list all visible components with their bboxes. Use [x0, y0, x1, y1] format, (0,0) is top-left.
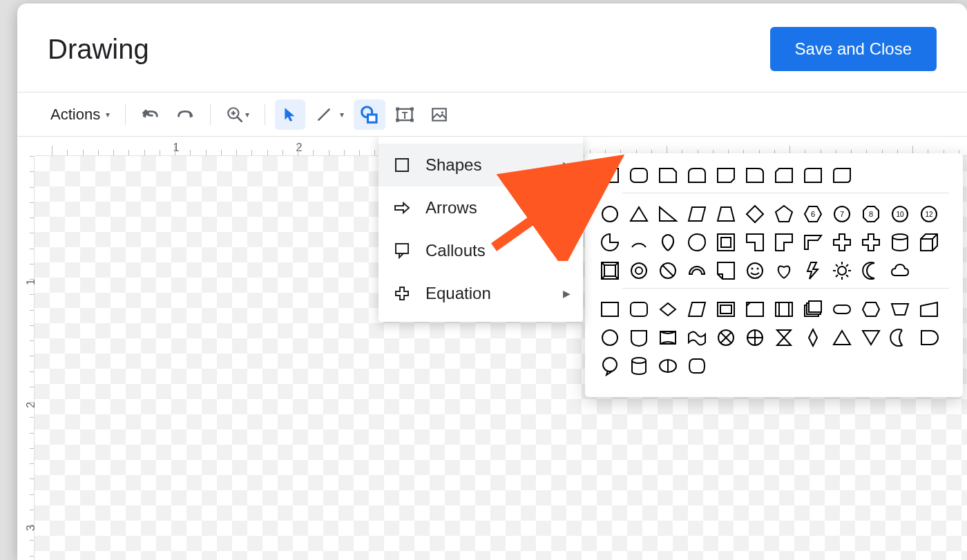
- shape-cube[interactable]: [918, 231, 939, 253]
- shape-pentagon[interactable]: [773, 203, 794, 224]
- shape-arc-thin[interactable]: [686, 260, 707, 281]
- shape-round-rect2[interactable]: [628, 298, 649, 320]
- shape-bevel[interactable]: [599, 260, 620, 281]
- shape-d-shape[interactable]: [918, 327, 939, 348]
- shape-folded[interactable]: [715, 260, 736, 281]
- shape-circle[interactable]: [599, 203, 620, 224]
- shape-trapezoid2[interactable]: [889, 298, 910, 320]
- shape-circle2[interactable]: [599, 327, 620, 348]
- shape-arc[interactable]: [628, 231, 649, 253]
- shape-cross[interactable]: [831, 231, 852, 253]
- shape-hexagon2[interactable]: [860, 298, 881, 320]
- svg-point-19: [602, 206, 617, 222]
- shape-cylinder2[interactable]: [628, 355, 649, 376]
- shape-parallelogram[interactable]: [686, 203, 707, 224]
- shape-shield[interactable]: [628, 327, 649, 348]
- shape-round-rect[interactable]: [628, 164, 649, 186]
- shape-cloud[interactable]: [889, 260, 910, 281]
- shape-smiley[interactable]: [744, 260, 765, 281]
- svg-rect-8: [396, 107, 399, 110]
- shape-tool-button[interactable]: [354, 99, 385, 130]
- shape-crosscircle[interactable]: [715, 327, 736, 348]
- shape-q-bubble[interactable]: [599, 355, 620, 376]
- shape-manual-input[interactable]: [918, 298, 939, 320]
- zoom-button[interactable]: ▾: [220, 99, 255, 130]
- shape-hourglass[interactable]: [773, 327, 794, 348]
- undo-button[interactable]: [135, 99, 166, 130]
- shape-decagon[interactable]: 10: [889, 203, 910, 224]
- shape-rt-triangle[interactable]: [657, 203, 678, 224]
- menu-item-equation[interactable]: Equation ▶: [379, 272, 583, 315]
- shape-diamond2[interactable]: [657, 298, 678, 320]
- shape-moon[interactable]: [860, 260, 881, 281]
- menu-item-callouts[interactable]: Callouts ▶: [379, 229, 583, 272]
- shape-pluscircle[interactable]: [744, 327, 765, 348]
- shape-predefined[interactable]: [773, 298, 794, 320]
- menu-item-shapes[interactable]: Shapes ▶: [379, 144, 583, 186]
- shape-diamond-thin[interactable]: [802, 327, 823, 348]
- shape-wave[interactable]: [686, 327, 707, 348]
- shape-plus[interactable]: [860, 231, 881, 253]
- save-and-close-button[interactable]: Save and Close: [770, 27, 937, 71]
- line-tool-button[interactable]: ▾: [309, 99, 350, 130]
- arrow-right-icon: [392, 200, 412, 215]
- shape-octagon[interactable]: 8: [860, 203, 881, 224]
- shape-drop[interactable]: [686, 231, 707, 253]
- shape-snip-tl[interactable]: [773, 164, 794, 186]
- shape-diamond[interactable]: [744, 203, 765, 224]
- shape-drum[interactable]: [657, 327, 678, 348]
- shape-diag-round[interactable]: [831, 164, 852, 186]
- shape-l-shape[interactable]: [744, 231, 765, 253]
- shape-round-top[interactable]: [686, 164, 707, 186]
- shape-frame[interactable]: [715, 231, 736, 253]
- separator: [622, 288, 949, 289]
- shape-pill[interactable]: [831, 298, 852, 320]
- shape-frame2[interactable]: [715, 298, 736, 320]
- shape-heptagon[interactable]: 7: [831, 203, 852, 224]
- shape-half-moon[interactable]: [889, 327, 910, 348]
- shape-cylinder[interactable]: [889, 231, 910, 253]
- shape-half-frame[interactable]: [802, 231, 823, 253]
- svg-rect-11: [410, 118, 414, 122]
- menu-item-label: Shapes: [425, 155, 481, 175]
- redo-button[interactable]: [170, 99, 200, 130]
- shape-dodecagon[interactable]: 12: [918, 203, 939, 224]
- shape-row: 6781012: [599, 203, 949, 224]
- shape-hex-rounded[interactable]: [686, 355, 707, 376]
- shape-no-symbol[interactable]: [657, 260, 678, 281]
- shape-pie[interactable]: [599, 231, 620, 253]
- shape-hexagon[interactable]: 6: [802, 203, 823, 224]
- caret-down-icon: ▾: [106, 110, 110, 119]
- shape-ellipse-cross[interactable]: [657, 355, 678, 376]
- shape-l-shape-2[interactable]: [773, 231, 794, 253]
- shape-stack[interactable]: [802, 298, 823, 320]
- shape-snip-corner[interactable]: [657, 164, 678, 186]
- shape-chamfer-2[interactable]: [802, 164, 823, 186]
- shape-card[interactable]: [744, 298, 765, 320]
- shape-down-triangle[interactable]: [860, 327, 881, 348]
- svg-text:T: T: [402, 109, 408, 120]
- shape-heart[interactable]: [773, 260, 794, 281]
- svg-text:8: 8: [868, 210, 872, 218]
- shape-trapezoid[interactable]: [715, 203, 736, 224]
- shape-triangle[interactable]: [628, 203, 649, 224]
- shape-donut[interactable]: [628, 260, 649, 281]
- shapes-grid-panel: 6781012: [585, 153, 963, 397]
- shape-rect[interactable]: [599, 164, 620, 186]
- textbox-tool-button[interactable]: T: [390, 99, 420, 130]
- actions-menu-button[interactable]: Actions ▾: [45, 99, 115, 130]
- image-tool-button[interactable]: [424, 99, 454, 130]
- shape-snip-br[interactable]: [715, 164, 736, 186]
- select-tool-button[interactable]: [275, 99, 305, 130]
- shape-parallelogram2[interactable]: [686, 298, 707, 320]
- shape-snip-tr[interactable]: [744, 164, 765, 186]
- shape-sun[interactable]: [831, 260, 852, 281]
- shape-rect2[interactable]: [599, 298, 620, 320]
- shape-teardrop[interactable]: [657, 231, 678, 253]
- menu-item-arrows[interactable]: Arrows ▶: [379, 186, 583, 229]
- shape-triangle2[interactable]: [831, 327, 852, 348]
- svg-point-41: [747, 263, 763, 278]
- shape-lightning[interactable]: [802, 260, 823, 281]
- caret-down-icon: ▾: [340, 110, 344, 119]
- svg-rect-53: [602, 302, 618, 316]
